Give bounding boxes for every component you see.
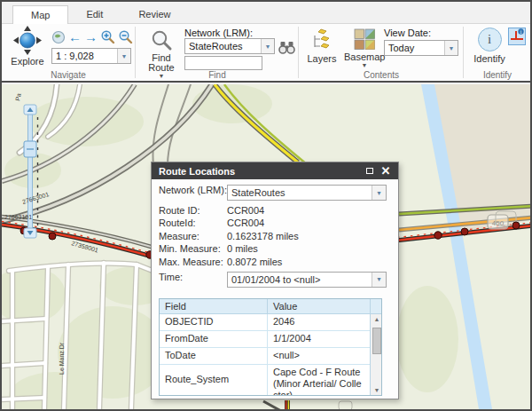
time-combobox[interactable]: 01/01/2004 to <null> ▼ [227,272,387,288]
chevron-down-icon[interactable]: ▼ [372,273,386,287]
time-value: 01/01/2004 to <null> [228,273,372,287]
explore-icon [12,26,43,55]
dialog-title-bar[interactable]: Route Locations ✕ [152,162,398,179]
field-min-measure: Min. Measure: 0 miles [159,243,391,255]
app-window: Map Edit Review Navigate Explore [0,0,532,411]
column-header-field: Field [160,299,268,313]
chevron-down-icon: ▼ [144,73,179,79]
field-route-id: Route ID: CCR004 [159,205,391,217]
tab-map[interactable]: Map [12,5,68,24]
next-extent-icon[interactable]: → [84,31,98,43]
field-value: 0 miles [227,243,258,255]
identify-route-locations-tool-icon[interactable]: i [508,28,526,45]
chevron-down-icon[interactable]: ▼ [261,39,274,53]
binoculars-icon[interactable] [278,41,295,54]
route-locations-dialog: Route Locations ✕ Network (LRM): StateRo… [151,162,399,399]
table-row[interactable]: ToDate <null> [160,348,370,365]
group-label-contents: Contents [300,70,463,80]
find-route-button[interactable]: Find Route ▼ [144,29,179,79]
explore-label: Explore [7,57,48,67]
previous-extent-icon[interactable]: ← [68,31,82,43]
tab-edit-label: Edit [86,9,103,20]
tab-review[interactable]: Review [121,5,188,23]
full-extent-globe-icon[interactable] [51,30,66,44]
map-scale-combobox[interactable]: 1 : 9,028 ▼ [51,48,131,64]
maximize-button[interactable] [363,164,377,178]
group-separator [135,27,136,78]
table-row[interactable]: OBJECTID 2046 [160,314,370,331]
layers-button[interactable]: Layers [303,28,340,64]
field-network: Network (LRM): StateRoutes ▼ [159,185,391,203]
group-separator [463,27,464,78]
field-value: CCR004 [227,205,264,217]
scroll-up-icon[interactable]: ▲ [371,316,383,322]
find-route-label-line2: Route [144,63,179,73]
zoom-out-icon[interactable] [118,29,133,44]
cell-value: 1/1/2004 [268,331,370,347]
layers-label: Layers [303,54,340,64]
network-lrm-combobox[interactable]: StateRoutes ▼ [184,38,275,54]
cell-value: Cape Cod - F Route (Minor Arterial/ Coll… [268,365,370,395]
route-search-input[interactable] [184,56,262,70]
group-label-navigate: Navigate [2,70,135,80]
tab-edit[interactable]: Edit [68,5,121,23]
field-value: 0.8072 miles [227,257,282,268]
zoom-in-icon[interactable] [100,29,115,44]
table-row[interactable]: FromDate 1/1/2004 [160,331,370,348]
dialog-body: Network (LRM): StateRoutes ▼ Route ID: C… [152,179,398,396]
layers-tree-icon [310,28,333,52]
basemap-button[interactable]: Basemap ▼ [344,28,385,68]
ribbon: Navigate Explore ← → [2,23,530,83]
chevron-down-icon[interactable]: ▼ [372,186,386,200]
field-label: Measure: [159,231,227,242]
group-label-identify: Identify [465,70,530,80]
dialog-title: Route Locations [159,166,235,177]
identify-circle-i-icon: i [478,28,502,51]
field-label: RouteId: [159,217,227,229]
cell-field: FromDate [160,331,268,347]
basemap-tiles-icon [354,28,376,51]
group-separator [298,27,299,78]
field-routeid: RouteId: CCR004 [159,217,391,229]
field-label: Time: [159,272,227,290]
identify-button[interactable]: i Identify [470,28,509,64]
table-scrollbar[interactable]: ▲ ▼ [370,299,381,395]
identify-label: Identify [470,54,509,64]
field-label: Max. Measure: [159,257,227,268]
field-time: Time: 01/01/2004 to <null> ▼ [159,272,391,290]
close-button[interactable]: ✕ [379,164,393,178]
cell-field: ToDate [160,348,268,364]
view-date-combobox[interactable]: Today ▼ [384,40,458,56]
maximize-icon [366,168,373,174]
chevron-down-icon[interactable]: ▼ [117,49,130,63]
field-label: Network (LRM): [159,185,227,203]
view-date-value: Today [385,41,444,55]
field-value: 0.1623178 miles [227,231,299,242]
scrollbar-thumb[interactable] [372,328,381,354]
explore-button[interactable]: Explore [7,26,48,67]
find-route-magnifier-icon [151,29,173,51]
map-scale-value: 1 : 9,028 [52,49,117,63]
route-number-label: 27663101 [4,214,32,220]
cell-field: Route_System [160,365,268,395]
chevron-down-icon: ▼ [344,62,385,68]
network-combobox[interactable]: StateRoutes ▼ [227,185,387,201]
scrollbar-header-cell [371,299,381,314]
shield-number-label: 450 [492,219,505,227]
column-header-value: Value [268,299,370,313]
cell-value: <null> [268,348,370,364]
cell-value: 2046 [268,314,370,330]
close-icon: ✕ [381,164,391,178]
view-date-label: View Date: [384,28,431,38]
cell-field: OBJECTID [160,314,268,330]
network-lrm-value: StateRoutes [185,39,261,53]
field-value: CCR004 [227,217,264,229]
ribbon-tab-bar: Map Edit Review [2,2,530,23]
network-value: StateRoutes [228,186,372,200]
field-label: Route ID: [159,205,227,217]
field-measure: Measure: 0.1623178 miles [159,231,391,242]
street-label: Le Manz Dr [59,342,65,375]
chevron-down-icon[interactable]: ▼ [444,41,458,55]
table-row[interactable]: Route_System Cape Cod - F Route (Minor A… [160,365,370,395]
scroll-down-icon[interactable]: ▼ [371,387,383,393]
